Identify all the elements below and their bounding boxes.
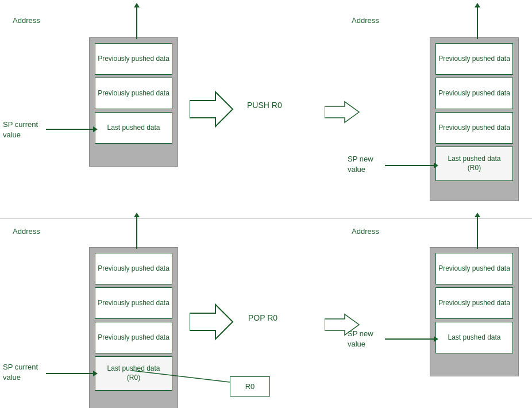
bot-left-cell-1: Previously pushed data xyxy=(95,253,172,284)
r0-box: R0 xyxy=(230,376,270,397)
section-divider xyxy=(0,218,532,219)
top-right-cell-2: Previously pushed data xyxy=(435,78,513,109)
top-right-cell-4: Last pushed data(R0) xyxy=(435,147,513,181)
bot-left-address: Address xyxy=(13,227,40,236)
pop-r0-label: POP R0 xyxy=(248,313,277,322)
top-big-arrow xyxy=(190,89,236,129)
bot-right-sp-label: SP newvalue xyxy=(348,329,373,349)
bot-left-sp-arrow xyxy=(46,371,98,376)
bot-right-cell-3: Last pushed data xyxy=(435,322,513,353)
top-right-sp-label: SP newvalue xyxy=(348,154,373,175)
top-right-cell-3: Previously pushed data xyxy=(435,112,513,144)
bot-left-up-arrow xyxy=(134,213,140,249)
push-r0-label: PUSH R0 xyxy=(247,101,282,110)
bot-right-cell-2: Previously pushed data xyxy=(435,287,513,319)
top-left-up-arrow xyxy=(134,3,140,39)
bot-left-cell-2: Previously pushed data xyxy=(95,287,172,319)
top-left-cell-2: Previously pushed data xyxy=(95,78,172,109)
svg-marker-2 xyxy=(190,305,233,339)
bot-right-up-arrow xyxy=(475,213,480,249)
top-left-cell-3: Last pushed data xyxy=(95,112,172,144)
top-right-address: Address xyxy=(352,16,379,25)
top-left-address: Address xyxy=(13,16,40,25)
svg-marker-1 xyxy=(325,102,359,122)
top-small-arrow xyxy=(325,101,362,124)
bot-big-arrow xyxy=(190,302,236,342)
bot-left-sp-label: SP currentvalue xyxy=(3,362,38,383)
top-right-cell-1: Previously pushed data xyxy=(435,43,513,75)
top-left-sp-label: SP currentvalue xyxy=(3,120,38,140)
top-left-sp-arrow xyxy=(46,126,98,132)
pop-line-to-r0 xyxy=(132,371,233,388)
bot-left-cell-3: Previously pushed data xyxy=(95,322,172,353)
svg-marker-0 xyxy=(190,92,233,126)
top-left-cell-1: Previously pushed data xyxy=(95,43,172,75)
bot-right-sp-arrow xyxy=(385,336,438,342)
bot-right-address: Address xyxy=(352,227,379,236)
svg-line-4 xyxy=(132,371,230,382)
bot-right-cell-1: Previously pushed data xyxy=(435,253,513,284)
top-right-up-arrow xyxy=(475,3,480,39)
top-right-sp-arrow xyxy=(385,163,438,168)
diagram-area: Previously pushed data Previously pushed… xyxy=(0,0,532,408)
